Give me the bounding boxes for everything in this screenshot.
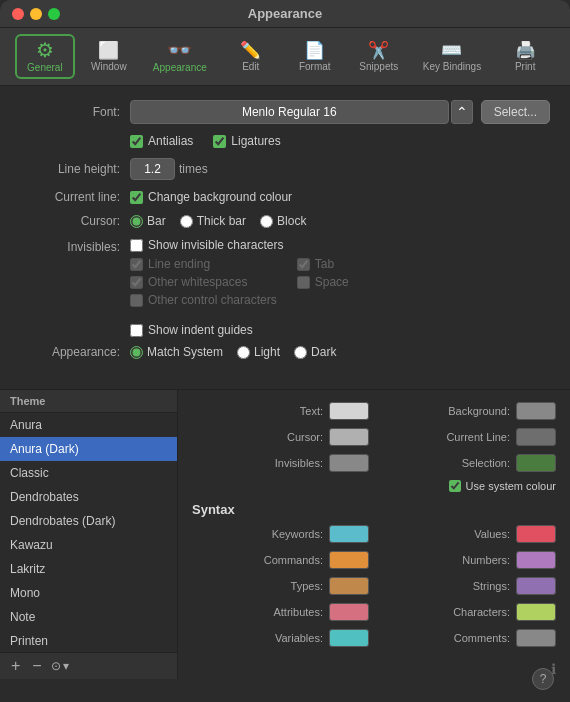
toolbar-snippets[interactable]: ✂️ Snippets xyxy=(349,38,409,76)
help-button[interactable]: ? xyxy=(532,668,554,690)
show-invisible-label[interactable]: Show invisible characters xyxy=(130,238,443,252)
comments-color-swatch[interactable] xyxy=(516,629,556,647)
theme-list-item[interactable]: Dendrobates (Dark) xyxy=(0,509,177,533)
close-button[interactable] xyxy=(12,8,24,20)
toolbar-appearance[interactable]: 👓 Appearance xyxy=(143,36,217,77)
keywords-color-swatch[interactable] xyxy=(329,525,369,543)
cursor-bar-label[interactable]: Bar xyxy=(130,214,166,228)
text-color-swatch[interactable] xyxy=(329,402,369,420)
numbers-color-swatch[interactable] xyxy=(516,551,556,569)
current-line-checkbox[interactable] xyxy=(130,191,143,204)
theme-list-item[interactable]: Anura (Dark) xyxy=(0,437,177,461)
font-stepper[interactable]: ⌃ xyxy=(451,100,473,124)
appearance-label: Appearance: xyxy=(20,345,120,359)
toolbar-general[interactable]: ⚙ General xyxy=(15,34,75,79)
types-color-swatch[interactable] xyxy=(329,577,369,595)
variables-color-row: Variables: xyxy=(192,629,369,647)
line-height-input[interactable] xyxy=(130,158,175,180)
toolbar-keybindings[interactable]: ⌨️ Key Bindings xyxy=(413,38,491,76)
appearance-light-radio[interactable] xyxy=(237,346,250,359)
current-line-row: Current line: Change background colour xyxy=(20,190,550,204)
toolbar-window[interactable]: ⬜ Window xyxy=(79,38,139,76)
comments-color-row: Comments: xyxy=(379,629,556,647)
current-line-label: Current line: xyxy=(20,190,120,204)
remove-theme-button[interactable]: − xyxy=(29,657,44,675)
toolbar-print[interactable]: 🖨️ Print xyxy=(495,38,555,76)
appearance-light-label[interactable]: Light xyxy=(237,345,280,359)
bottom-panel: Theme AnuraAnura (Dark)ClassicDendrobate… xyxy=(0,389,570,679)
edit-icon: ✏️ xyxy=(240,42,261,59)
ligatures-checkbox-label[interactable]: Ligatures xyxy=(213,134,280,148)
invisibles-label: Invisibles: xyxy=(20,238,120,254)
appearance-dark-radio[interactable] xyxy=(294,346,307,359)
commands-color-swatch[interactable] xyxy=(329,551,369,569)
invisibles-color-swatch[interactable] xyxy=(329,454,369,472)
ligatures-label: Ligatures xyxy=(231,134,280,148)
indent-guides-checkbox[interactable] xyxy=(130,324,143,337)
toolbar-format[interactable]: 📄 Format xyxy=(285,38,345,76)
cursor-label: Cursor: xyxy=(20,214,120,228)
cursor-thickbar-radio[interactable] xyxy=(180,215,193,228)
space-text: Space xyxy=(315,275,349,289)
other-whitespace-text: Other whitespaces xyxy=(148,275,247,289)
values-color-swatch[interactable] xyxy=(516,525,556,543)
add-theme-button[interactable]: + xyxy=(8,657,23,675)
format-icon: 📄 xyxy=(304,42,325,59)
selection-color-label: Selection: xyxy=(462,457,510,469)
indent-guides-label[interactable]: Show indent guides xyxy=(130,323,253,337)
theme-list-item[interactable]: Lakritz xyxy=(0,557,177,581)
edit-label: Edit xyxy=(242,61,259,72)
strings-color-swatch[interactable] xyxy=(516,577,556,595)
characters-color-label: Characters: xyxy=(453,606,510,618)
text-color-label: Text: xyxy=(300,405,323,417)
attributes-color-swatch[interactable] xyxy=(329,603,369,621)
cursor-color-swatch[interactable] xyxy=(329,428,369,446)
antialias-checkbox[interactable] xyxy=(130,135,143,148)
font-input[interactable] xyxy=(130,100,449,124)
theme-list-item[interactable]: Printen xyxy=(0,629,177,652)
show-invisible-checkbox[interactable] xyxy=(130,239,143,252)
cursor-color-label: Cursor: xyxy=(287,431,323,443)
line-height-row: Line height: times xyxy=(20,158,550,180)
cursor-block-radio[interactable] xyxy=(260,215,273,228)
keybindings-icon: ⌨️ xyxy=(441,42,462,59)
background-color-label: Background: xyxy=(448,405,510,417)
appearance-dark-label[interactable]: Dark xyxy=(294,345,336,359)
show-invisible-text: Show invisible characters xyxy=(148,238,283,252)
antialias-checkbox-label[interactable]: Antialias xyxy=(130,134,193,148)
maximize-button[interactable] xyxy=(48,8,60,20)
theme-list-item[interactable]: Classic xyxy=(0,461,177,485)
theme-list[interactable]: AnuraAnura (Dark)ClassicDendrobatesDendr… xyxy=(0,413,177,652)
toolbar-edit[interactable]: ✏️ Edit xyxy=(221,38,281,76)
values-color-row: Values: xyxy=(379,525,556,543)
use-system-checkbox[interactable] xyxy=(449,480,461,492)
times-label: times xyxy=(179,162,208,176)
snippets-icon: ✂️ xyxy=(368,42,389,59)
characters-color-swatch[interactable] xyxy=(516,603,556,621)
copy-icon: ⊙ xyxy=(51,659,61,673)
theme-list-item[interactable]: Dendrobates xyxy=(0,485,177,509)
font-select-button[interactable]: Select... xyxy=(481,100,550,124)
current-line-color-swatch[interactable] xyxy=(516,428,556,446)
cursor-bar-radio[interactable] xyxy=(130,215,143,228)
use-system-row: Use system colour xyxy=(379,480,556,492)
theme-list-item[interactable]: Kawazu xyxy=(0,533,177,557)
cursor-thickbar-label[interactable]: Thick bar xyxy=(180,214,246,228)
attributes-color-label: Attributes: xyxy=(273,606,323,618)
copy-dropdown[interactable]: ⊙ ▾ xyxy=(51,659,69,673)
minimize-button[interactable] xyxy=(30,8,42,20)
theme-list-item[interactable]: Note xyxy=(0,605,177,629)
current-line-checkbox-label[interactable]: Change background colour xyxy=(130,190,292,204)
variables-color-swatch[interactable] xyxy=(329,629,369,647)
cursor-block-label[interactable]: Block xyxy=(260,214,306,228)
use-system-label: Use system colour xyxy=(466,480,556,492)
selection-color-swatch[interactable] xyxy=(516,454,556,472)
ligatures-checkbox[interactable] xyxy=(213,135,226,148)
background-color-swatch[interactable] xyxy=(516,402,556,420)
theme-list-item[interactable]: Anura xyxy=(0,413,177,437)
appearance-match-label[interactable]: Match System xyxy=(130,345,223,359)
indent-guides-text: Show indent guides xyxy=(148,323,253,337)
appearance-match-radio[interactable] xyxy=(130,346,143,359)
theme-list-item[interactable]: Mono xyxy=(0,581,177,605)
invisibles-color-label: Invisibles: xyxy=(275,457,323,469)
